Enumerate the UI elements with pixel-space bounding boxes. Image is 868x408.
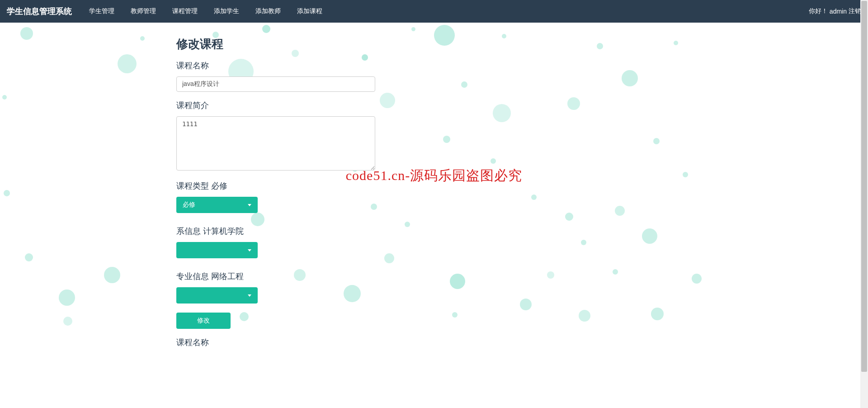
course-desc-label: 课程简介 bbox=[176, 100, 515, 111]
nav-right: 你好！ admin 注销 bbox=[809, 7, 861, 15]
course-name-input[interactable] bbox=[176, 76, 375, 92]
watermark-text: code51.cn-源码乐园盗图必究 bbox=[346, 166, 522, 185]
dept-label: 系信息 计算机学院 bbox=[176, 226, 515, 237]
course-type-dropdown[interactable]: 必修 bbox=[176, 197, 258, 213]
major-label: 专业信息 网络工程 bbox=[176, 271, 515, 282]
course-type-selected: 必修 bbox=[183, 201, 195, 209]
submit-button[interactable]: 修改 bbox=[176, 313, 231, 329]
major-dropdown[interactable] bbox=[176, 287, 258, 304]
greeting-text: 你好！ bbox=[809, 7, 828, 15]
scrollbar-thumb[interactable] bbox=[861, 1, 867, 372]
nav-item-add-course[interactable]: 添加课程 bbox=[289, 0, 330, 22]
navbar: 学生信息管理系统 学生管理 教师管理 课程管理 添加学生 添加教师 添加课程 你… bbox=[0, 0, 868, 23]
nav-menu: 学生管理 教师管理 课程管理 添加学生 添加教师 添加课程 bbox=[81, 0, 809, 22]
logout-link[interactable]: 注销 bbox=[849, 7, 861, 15]
nav-item-teacher-manage[interactable]: 教师管理 bbox=[123, 0, 164, 22]
nav-item-add-student[interactable]: 添加学生 bbox=[206, 0, 247, 22]
navbar-brand[interactable]: 学生信息管理系统 bbox=[7, 6, 72, 17]
caret-down-icon bbox=[248, 249, 251, 251]
nav-item-add-teacher[interactable]: 添加教师 bbox=[247, 0, 289, 22]
caret-down-icon bbox=[248, 204, 251, 206]
scrollbar[interactable] bbox=[860, 0, 868, 408]
nav-item-course-manage[interactable]: 课程管理 bbox=[164, 0, 206, 22]
username-text: admin bbox=[830, 8, 847, 15]
course-name-label: 课程名称 bbox=[176, 60, 515, 71]
dept-dropdown[interactable] bbox=[176, 242, 258, 258]
page-title: 修改课程 bbox=[176, 36, 515, 52]
course-name-label-2: 课程名称 bbox=[176, 337, 515, 348]
nav-item-student-manage[interactable]: 学生管理 bbox=[81, 0, 123, 22]
course-desc-textarea[interactable]: 1111 bbox=[176, 116, 375, 171]
caret-down-icon bbox=[248, 294, 251, 297]
